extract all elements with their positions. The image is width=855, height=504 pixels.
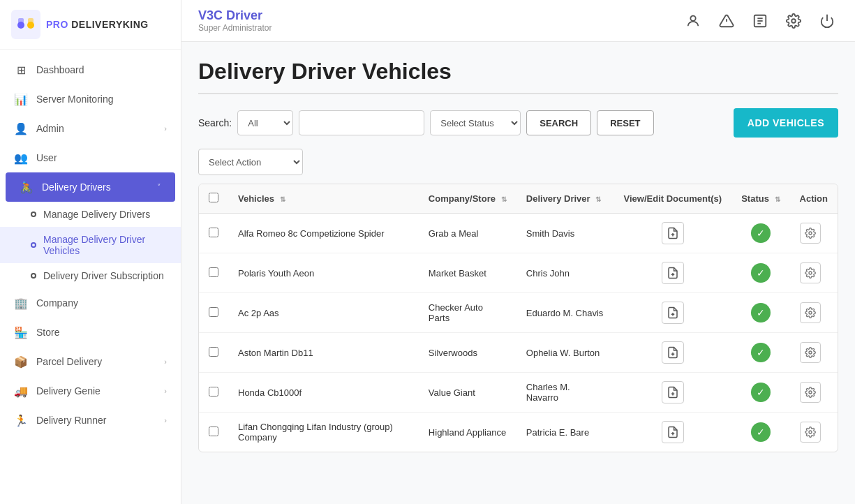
row-driver-2: Eduardo M. Chavis [516, 293, 614, 333]
sidebar-item-server-monitoring[interactable]: 📊 Server Monitoring [0, 84, 181, 114]
dashboard-icon: ⊞ [14, 63, 28, 77]
row-status-cell-4: ✓ [731, 373, 789, 413]
search-category-select[interactable]: All [237, 110, 293, 135]
delivery-drivers-chevron: ˅ [157, 183, 161, 192]
main-content: V3C Driver Super Administrator Delivery … [181, 0, 855, 504]
action-gear-button-3[interactable] [800, 342, 821, 363]
sidebar-item-admin[interactable]: 👤 Admin › [0, 114, 181, 143]
sidebar-label-delivery-driver-subscription: Delivery Driver Subscription [43, 270, 164, 281]
page-content: Delivery Driver Vehicles Search: All Sel… [181, 42, 855, 504]
search-status-select[interactable]: Select Status [430, 110, 521, 135]
sidebar-label-delivery-runner: Delivery Runner [36, 415, 156, 426]
row-action-cell-1 [790, 253, 838, 293]
reset-button[interactable]: RESET [597, 110, 653, 135]
sidebar-item-delivery-drivers[interactable]: 🚴 Delivery Drivers ˅ [6, 172, 175, 202]
header-icons [682, 10, 838, 32]
sidebar-item-dashboard[interactable]: ⊞ Dashboard [0, 55, 181, 84]
row-company-4: Value Giant [419, 373, 516, 413]
row-doc-cell-5 [614, 413, 732, 452]
sidebar-item-delivery-runner[interactable]: 🏃 Delivery Runner › [0, 406, 181, 435]
row-company-3: Silverwoods [419, 333, 516, 373]
row-driver-3: Ophelia W. Burton [516, 333, 614, 373]
action-gear-button-2[interactable] [800, 302, 821, 323]
header-title-block: V3C Driver Super Administrator [198, 8, 272, 33]
sidebar-item-user[interactable]: 👥 User [0, 143, 181, 172]
settings-icon[interactable] [782, 10, 805, 32]
add-vehicles-button[interactable]: ADD VEHICLES [734, 108, 838, 138]
row-action-cell-5 [790, 413, 838, 452]
header-status: Status ⇅ [731, 184, 789, 214]
sidebar-item-manage-delivery-driver-vehicles[interactable]: Manage Delivery Driver Vehicles [0, 227, 181, 263]
table: Vehicles ⇅ Company/Store ⇅ Delivery Driv… [199, 184, 838, 452]
row-checkbox-cell [199, 253, 228, 293]
row-action-cell-2 [790, 293, 838, 333]
svg-rect-3 [18, 18, 24, 24]
row-action-cell-0 [790, 214, 838, 253]
row-driver-5: Patricia E. Bare [516, 413, 614, 452]
sidebar-item-store[interactable]: 🏪 Store [0, 318, 181, 347]
view-document-button-0[interactable] [662, 222, 684, 244]
view-document-button-1[interactable] [662, 262, 684, 284]
sidebar-item-delivery-genie[interactable]: 🚚 Delivery Genie › [0, 376, 181, 406]
action-row: Select Action [198, 149, 838, 175]
row-checkbox-2[interactable] [209, 307, 218, 317]
sidebar-label-user: User [36, 152, 167, 163]
row-checkbox-0[interactable] [209, 228, 218, 237]
action-gear-button-0[interactable] [800, 223, 821, 244]
server-monitoring-icon: 📊 [14, 92, 28, 106]
row-checkbox-4[interactable] [209, 387, 218, 396]
header: V3C Driver Super Administrator [181, 0, 855, 42]
view-document-button-2[interactable] [662, 302, 684, 324]
sub-dot-manage-drivers [31, 212, 36, 217]
svg-point-22 [809, 311, 812, 314]
row-action-cell-4 [790, 373, 838, 413]
sidebar-label-manage-delivery-drivers: Manage Delivery Drivers [43, 209, 150, 220]
sidebar-label-dashboard: Dashboard [36, 64, 167, 75]
row-checkbox-3[interactable] [209, 347, 218, 357]
user-profile-icon[interactable] [682, 10, 704, 32]
parcel-delivery-icon: 📦 [14, 355, 28, 369]
sidebar-label-admin: Admin [36, 123, 156, 134]
action-gear-button-4[interactable] [800, 382, 821, 403]
vehicles-sort-icon: ⇅ [280, 195, 285, 203]
view-document-button-4[interactable] [662, 381, 684, 403]
search-input[interactable] [299, 110, 424, 135]
header-vehicles: Vehicles ⇅ [228, 184, 419, 214]
logo-text: PRO DELIVERYKING [46, 19, 149, 30]
table-row: Alfa Romeo 8c Competizione Spider Grab a… [199, 214, 838, 253]
row-vehicle-3: Aston Martin Db11 [228, 333, 419, 373]
row-company-2: Checker Auto Parts [419, 293, 516, 333]
sidebar-nav: ⊞ Dashboard 📊 Server Monitoring 👤 Admin … [0, 50, 181, 504]
sidebar-item-company[interactable]: 🏢 Company [0, 288, 181, 318]
notes-icon[interactable] [749, 10, 771, 32]
sidebar-item-manage-delivery-drivers[interactable]: Manage Delivery Drivers [0, 202, 181, 227]
row-status-cell-3: ✓ [731, 333, 789, 373]
action-gear-button-1[interactable] [800, 262, 821, 283]
alert-icon[interactable] [715, 10, 738, 32]
action-select[interactable]: Select Action [198, 149, 303, 175]
row-checkbox-cell [199, 333, 228, 373]
row-status-cell-5: ✓ [731, 413, 789, 452]
header-title: V3C Driver [198, 8, 272, 23]
select-all-checkbox[interactable] [209, 193, 218, 202]
sub-dot-subscription [31, 273, 36, 279]
table-row: Ac 2p Aas Checker Auto Parts Eduardo M. … [199, 293, 838, 333]
row-status-cell-2: ✓ [731, 293, 789, 333]
view-document-button-5[interactable] [662, 421, 684, 443]
status-active-2: ✓ [751, 303, 771, 323]
store-icon: 🏪 [14, 325, 28, 339]
power-icon[interactable] [816, 10, 838, 32]
sidebar-label-company: Company [36, 297, 167, 309]
sidebar-label-server-monitoring: Server Monitoring [36, 94, 167, 105]
sidebar-item-delivery-driver-subscription[interactable]: Delivery Driver Subscription [0, 263, 181, 288]
table-row: Lifan Chongqing Lifan Industry (group) C… [199, 413, 838, 452]
svg-point-16 [809, 232, 812, 235]
view-document-button-3[interactable] [662, 341, 684, 364]
row-company-1: Market Basket [419, 253, 516, 293]
row-checkbox-1[interactable] [209, 267, 218, 277]
action-gear-button-5[interactable] [800, 422, 821, 443]
row-checkbox-5[interactable] [209, 427, 218, 436]
svg-point-5 [690, 15, 695, 20]
sidebar-item-parcel-delivery[interactable]: 📦 Parcel Delivery › [0, 347, 181, 376]
search-button[interactable]: SEARCH [526, 110, 591, 135]
